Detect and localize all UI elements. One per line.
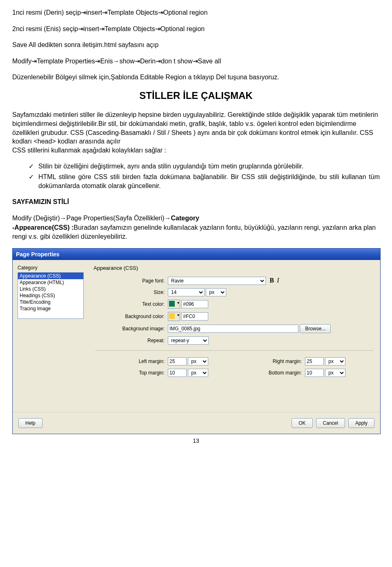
section-title: Appearance (CSS) — [94, 265, 375, 275]
label-bg-image: Background image: — [94, 323, 166, 335]
text-color-swatch[interactable] — [168, 300, 180, 309]
size-select[interactable]: 14 — [168, 288, 205, 296]
category-listbox[interactable]: Appearance (CSS) Appearance (HTML) Links… — [18, 272, 84, 319]
page-font-select[interactable]: Ravie — [168, 277, 266, 285]
label-left-margin: Left margin: — [94, 356, 166, 367]
paragraph: Save All dedikten sonra iletişim.html sa… — [12, 40, 380, 49]
label-text-color: Text color: — [94, 298, 166, 310]
category-item-headings-css[interactable]: Headings (CSS) — [18, 292, 83, 299]
page-number: 13 — [12, 437, 380, 444]
cancel-button[interactable]: Cancel — [316, 418, 345, 428]
label-page-font: Page font: — [94, 275, 166, 287]
label-bottom-margin: Bottom margin: — [231, 367, 303, 379]
list-item: HTML stiline göre CSS stili birden fazla… — [29, 173, 380, 190]
paragraph: Düzenlenebilir Bölgeyi silmek için,Şablo… — [12, 73, 380, 82]
browse-button[interactable]: Browse... — [300, 324, 331, 333]
top-margin-input[interactable] — [168, 369, 187, 377]
category-item-appearance-css[interactable]: Appearance (CSS) — [18, 273, 83, 279]
paragraph: Sayfamızdaki metinleri stiller ile düzen… — [12, 110, 380, 155]
top-margin-unit[interactable]: px — [188, 369, 208, 377]
bg-color-input[interactable] — [181, 312, 208, 320]
paragraph: 2nci resmi (Enis) seçipinsertTemplate Ob… — [12, 25, 380, 34]
bg-image-input[interactable] — [168, 325, 298, 333]
paragraph: 1nci resmi (Derin) seçipinsertTemplate O… — [12, 8, 380, 17]
right-margin-input[interactable] — [305, 357, 324, 365]
label-bg-color: Background color: — [94, 310, 166, 323]
size-unit-select[interactable]: px — [206, 288, 226, 296]
document-body: 1nci resmi (Derin) seçipinsertTemplate O… — [12, 8, 380, 241]
help-button[interactable]: Help — [18, 418, 42, 428]
label-repeat: Repeat: — [94, 335, 166, 346]
divider — [95, 350, 374, 351]
category-item-links-css[interactable]: Links (CSS) — [18, 286, 83, 292]
apply-button[interactable]: Apply — [348, 418, 374, 428]
bullet-list: Stilin bir özelliğini değiştirmek, aynı … — [29, 162, 380, 190]
list-item: Stilin bir özelliğini değiştirmek, aynı … — [29, 162, 380, 171]
bottom-margin-unit[interactable]: px — [325, 369, 345, 377]
bg-color-swatch[interactable] — [168, 312, 180, 321]
dialog-footer: Help OK Cancel Apply — [13, 412, 380, 434]
paragraph: -Appearence(CSS) :Buradan sayfamızın gen… — [12, 223, 380, 241]
text-color-input[interactable] — [181, 300, 208, 308]
repeat-select[interactable]: repeat-y — [168, 336, 209, 345]
subheading: SAYFAMIZIN STİLİ — [12, 197, 380, 206]
bottom-margin-input[interactable] — [305, 369, 324, 377]
label-top-margin: Top margin: — [94, 367, 166, 379]
ok-button[interactable]: OK — [292, 418, 312, 428]
bold-toggle[interactable]: B — [270, 277, 274, 284]
label-right-margin: Right margin: — [231, 356, 303, 367]
dialog-title: Page Properties — [16, 251, 60, 258]
category-label: Category — [18, 265, 87, 272]
left-margin-input[interactable] — [168, 357, 187, 365]
paragraph: ModifyTemplate PropertiesEnis→showDerind… — [12, 57, 380, 66]
dialog-titlebar[interactable]: Page Properties — [13, 249, 380, 260]
category-item-tracing-image[interactable]: Tracing Image — [18, 305, 83, 312]
left-margin-unit[interactable]: px — [188, 357, 208, 365]
right-margin-unit[interactable]: px — [325, 357, 345, 365]
heading-styles: STİLLER İLE ÇALIŞMAK — [12, 89, 380, 102]
paragraph: Modify (Değiştir)→Page Properties(Sayfa … — [12, 214, 380, 223]
page-properties-dialog: Page Properties Category Appearance (CSS… — [12, 248, 381, 434]
italic-toggle[interactable]: I — [277, 277, 279, 284]
category-item-title-encoding[interactable]: Title/Encoding — [18, 299, 83, 305]
category-item-appearance-html[interactable]: Appearance (HTML) — [18, 279, 83, 286]
label-size: Size: — [94, 287, 166, 298]
